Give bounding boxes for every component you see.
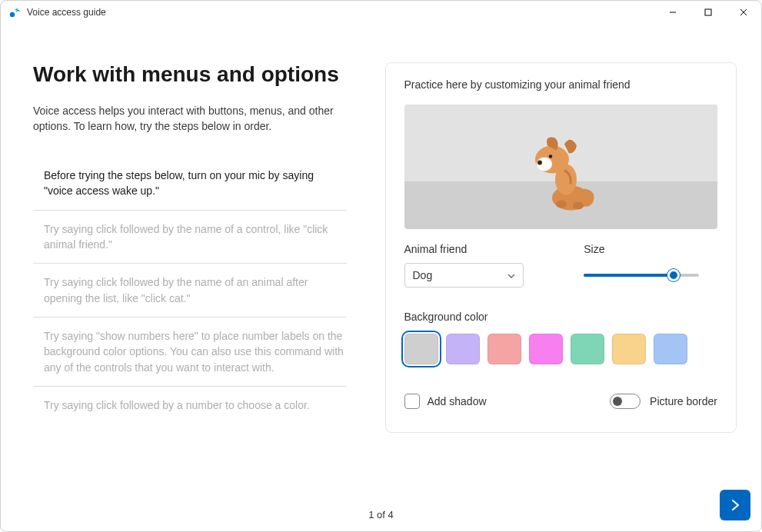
svg-point-9 bbox=[537, 160, 542, 165]
page-indicator: 1 of 4 bbox=[368, 509, 394, 520]
chevron-right-icon bbox=[729, 499, 741, 511]
color-swatch-5[interactable] bbox=[612, 334, 646, 364]
window-title: Voice access guide bbox=[27, 7, 106, 18]
practice-panel: Practice here by customizing your animal… bbox=[385, 62, 737, 433]
step-5: Try saying click followed by a number to… bbox=[33, 387, 347, 424]
step-4: Try saying "show numbers here" to place … bbox=[33, 318, 347, 387]
svg-point-0 bbox=[10, 12, 15, 17]
svg-point-11 bbox=[556, 200, 567, 208]
steps-list: Before trying the steps below, turn on y… bbox=[33, 157, 347, 424]
dropdown-value: Dog bbox=[413, 269, 433, 281]
picture-border-toggle[interactable] bbox=[610, 394, 641, 409]
titlebar: Voice access guide bbox=[1, 1, 761, 24]
animal-friend-label: Animal friend bbox=[404, 243, 538, 255]
close-button[interactable] bbox=[726, 1, 761, 24]
minimize-button[interactable] bbox=[655, 1, 690, 24]
chevron-down-icon bbox=[507, 271, 515, 280]
step-1: Before trying the steps below, turn on y… bbox=[33, 157, 347, 211]
picture-border-label: Picture border bbox=[650, 395, 717, 407]
step-3: Try saying click followed by the name of… bbox=[33, 264, 347, 318]
footer: 1 of 4 bbox=[1, 509, 761, 520]
color-swatch-2[interactable] bbox=[487, 334, 521, 364]
svg-rect-2 bbox=[705, 9, 711, 15]
animal-canvas bbox=[404, 105, 718, 229]
add-shadow-checkbox[interactable] bbox=[404, 394, 420, 409]
dog-image bbox=[518, 127, 603, 214]
intro-text: Voice access helps you interact with but… bbox=[33, 104, 347, 134]
next-button[interactable] bbox=[720, 490, 750, 520]
page-heading: Work with menus and options bbox=[33, 62, 347, 87]
background-color-label: Background color bbox=[404, 311, 718, 323]
animal-friend-dropdown[interactable]: Dog bbox=[404, 263, 524, 288]
size-slider[interactable] bbox=[584, 263, 699, 288]
color-swatches bbox=[404, 334, 718, 364]
size-label: Size bbox=[584, 243, 717, 255]
window-controls bbox=[655, 1, 761, 24]
color-swatch-3[interactable] bbox=[529, 334, 563, 364]
practice-label: Practice here by customizing your animal… bbox=[404, 78, 718, 91]
step-2: Try saying click followed by the name of… bbox=[33, 211, 347, 264]
color-swatch-4[interactable] bbox=[571, 334, 604, 364]
svg-point-12 bbox=[573, 201, 584, 209]
color-swatch-0[interactable] bbox=[404, 334, 438, 364]
add-shadow-label: Add shadow bbox=[428, 395, 487, 407]
color-swatch-6[interactable] bbox=[654, 334, 687, 364]
instructions-panel: Work with menus and options Voice access… bbox=[33, 62, 347, 433]
maximize-button[interactable] bbox=[690, 1, 726, 24]
app-icon bbox=[8, 6, 21, 18]
color-swatch-1[interactable] bbox=[446, 334, 480, 364]
svg-point-10 bbox=[549, 155, 552, 158]
